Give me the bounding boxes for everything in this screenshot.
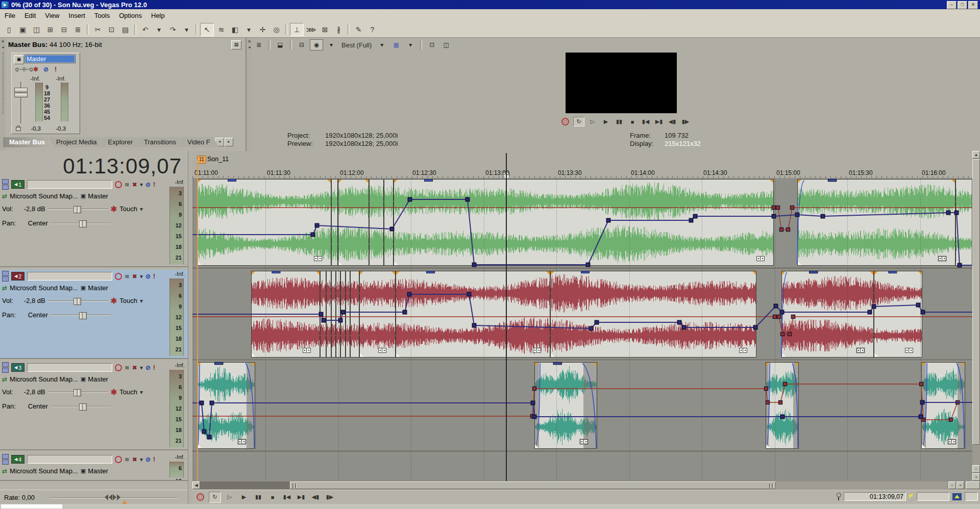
automation-settings-icon[interactable]: ✱ <box>111 298 117 303</box>
collapse-left-icon[interactable]: ◂ <box>0 45 6 49</box>
go-to-start-button[interactable]: ▮◀ <box>641 117 651 126</box>
preview-quality-value[interactable]: Best (Full) <box>339 41 374 49</box>
play-button[interactable]: ▶ <box>601 117 611 126</box>
menu-insert[interactable]: Insert <box>64 10 90 21</box>
phase-invert-icon[interactable]: ! <box>153 273 155 280</box>
new-project-icon[interactable]: ▯ <box>3 23 15 36</box>
scroll-track[interactable] <box>200 481 290 489</box>
tab-scroll-right-icon[interactable]: ▸ <box>225 138 233 146</box>
play-from-start-button[interactable]: ▷ <box>224 492 235 502</box>
close-icon[interactable]: ✕ <box>247 39 252 44</box>
arm-record-icon[interactable] <box>115 456 122 463</box>
arm-record-icon[interactable] <box>115 273 122 280</box>
project-properties-icon[interactable]: ≣ <box>71 23 84 36</box>
automation-mode-value[interactable]: Touch <box>119 205 137 213</box>
go-to-end-button[interactable]: ▶▮ <box>654 117 664 126</box>
menu-edit[interactable]: Edit <box>20 10 40 21</box>
track-name-input[interactable] <box>27 180 112 189</box>
previous-frame-button[interactable]: ◀▮ <box>310 492 321 502</box>
horizontal-scrollbar[interactable]: ◀ − + <box>192 481 980 490</box>
recording-device-name[interactable]: Microsoft Sound Map... <box>10 284 78 292</box>
tab-video-f[interactable]: Video F <box>181 137 219 147</box>
track-envelopes-icon[interactable]: ≋ <box>125 456 130 463</box>
timeline-tracks[interactable] <box>192 178 972 481</box>
pan-slider-thumb[interactable] <box>79 312 87 319</box>
go-to-end-button[interactable]: ▶▮ <box>296 492 307 502</box>
open-project-icon[interactable]: ▣ <box>16 23 29 36</box>
vertical-scroll-thumb[interactable] <box>972 159 980 445</box>
horizontal-scroll-thumb[interactable] <box>290 481 776 489</box>
time-ruler[interactable]: 01:11:0001:11:3001:12:0001:12:3001:13:00… <box>192 168 972 179</box>
scroll-track[interactable] <box>776 481 947 489</box>
quality-dropdown-icon[interactable]: ▾ <box>325 40 337 50</box>
timecode-display[interactable]: 01:13:09,07 <box>63 154 182 179</box>
play-button[interactable]: ▶ <box>238 492 250 502</box>
mute-icon[interactable]: ✖ <box>132 364 137 371</box>
pan-slider[interactable] <box>51 403 111 410</box>
master-bus-name-input[interactable] <box>25 55 75 63</box>
master-fader-handle[interactable] <box>14 88 28 97</box>
vertical-scrollbar[interactable]: ▲ − + <box>972 151 980 481</box>
track-name-input[interactable] <box>27 455 112 464</box>
split-screen-view-icon[interactable]: ⊟ <box>296 40 308 50</box>
stop-button[interactable]: ■ <box>627 117 638 126</box>
multi-edit-tool-icon[interactable]: ✛ <box>256 23 269 36</box>
track-header-2[interactable]: ◀2≋✖▾⊘!⇄Microsoft Sound Map...▣MasterVol… <box>0 270 188 359</box>
automation-mode-value[interactable]: Touch <box>119 388 137 396</box>
pan-value[interactable]: Center <box>18 402 48 410</box>
pin-icon[interactable] <box>836 493 841 500</box>
undo-dropdown-icon[interactable]: ▾ <box>153 23 165 36</box>
bus-assignment-button[interactable]: ▣Master <box>81 284 108 292</box>
automation-settings-icon[interactable]: ✱ <box>111 207 117 212</box>
track-envelopes-icon[interactable]: ≋ <box>125 181 130 188</box>
track-minimize-icons[interactable] <box>2 454 9 465</box>
selection-edit-tool-icon[interactable]: ◧ <box>229 23 241 36</box>
pan-value[interactable]: Center <box>18 311 48 319</box>
save-snapshot-icon[interactable]: ◫ <box>440 40 452 50</box>
bus-assignment-button[interactable]: ▣Master <box>81 467 108 475</box>
rate-shuttle-handle[interactable] <box>105 494 120 500</box>
pause-button[interactable]: ▮▮ <box>614 117 624 126</box>
automation-dropdown-icon[interactable]: ▾ <box>140 389 143 396</box>
volume-value[interactable]: -2,8 dB <box>16 205 45 213</box>
redo-icon[interactable]: ↷ <box>166 23 179 36</box>
minimize-button[interactable]: – <box>947 1 957 9</box>
previous-frame-button[interactable]: ◀▮ <box>667 117 677 126</box>
import-media-icon[interactable]: ⊟ <box>58 23 70 36</box>
go-to-start-button[interactable]: ▮◀ <box>281 492 292 502</box>
external-monitor-icon[interactable]: ⬓ <box>274 40 286 50</box>
track-minimize-icons[interactable] <box>2 362 9 373</box>
zoom-out-time-icon[interactable]: − <box>948 481 956 489</box>
volume-slider[interactable] <box>48 298 108 304</box>
track-envelopes-icon[interactable]: ≋ <box>125 364 130 371</box>
automation-dropdown-icon[interactable]: ▾ <box>140 206 143 213</box>
snapping-toggle-icon[interactable]: ⊥ <box>290 23 304 36</box>
overlays-dropdown-icon[interactable]: ▾ <box>404 40 416 50</box>
track-name-input[interactable] <box>27 363 112 372</box>
recording-device-name[interactable]: Microsoft Sound Map... <box>10 375 78 383</box>
maximize-button[interactable]: □ <box>958 1 967 9</box>
cursor-position-value[interactable]: 01:13:09,07 <box>844 492 906 501</box>
mute-icon[interactable]: ✖ <box>132 456 137 463</box>
zoom-out-track-height-icon[interactable]: − <box>972 465 980 473</box>
panel-menu-icon[interactable]: ▤ <box>231 40 241 49</box>
automation-settings-icon[interactable]: ✱ <box>111 390 117 395</box>
volume-slider-thumb[interactable] <box>74 298 81 305</box>
project-video-properties-icon[interactable]: ≣ <box>253 40 265 50</box>
master-panel-dock-handle[interactable]: ✕ ◂ <box>0 38 6 151</box>
tab-explorer[interactable]: Explorer <box>102 137 142 147</box>
pan-value[interactable]: Center <box>18 219 48 227</box>
solo-icon[interactable]: ⊘ <box>145 364 151 371</box>
volume-value[interactable]: -2.8 dB <box>16 480 45 481</box>
recording-device-name[interactable]: Microsoft Sound Map... <box>10 192 78 200</box>
pan-slider-thumb[interactable] <box>79 220 87 227</box>
insert-fx-icon[interactable]: o⊣⊢o <box>15 66 33 73</box>
recording-device-name[interactable]: Microsoft Sound Map... <box>10 467 78 475</box>
paste-icon[interactable]: ▤ <box>119 23 132 36</box>
solo-icon[interactable]: ⊘ <box>145 181 151 188</box>
copy-snapshot-icon[interactable]: ⊡ <box>426 40 438 50</box>
close-icon[interactable]: ✕ <box>0 39 6 44</box>
pause-button[interactable]: ▮▮ <box>253 492 264 502</box>
mute-dropdown-icon[interactable]: ▾ <box>140 456 143 463</box>
tab-project-media[interactable]: Project Media <box>50 137 106 147</box>
